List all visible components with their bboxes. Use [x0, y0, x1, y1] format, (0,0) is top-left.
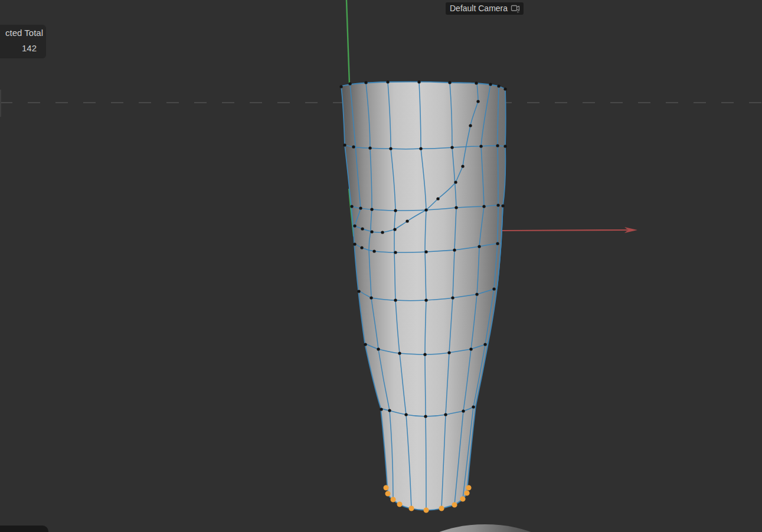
- sphere-object[interactable]: [407, 524, 563, 532]
- scene-canvas: [0, 0, 762, 532]
- mesh-object[interactable]: [341, 82, 506, 510]
- selection-count-value: 142: [0, 44, 46, 52]
- camera-icon: [511, 4, 521, 14]
- y-axis-line[interactable]: [346, 0, 349, 84]
- selection-count-label: cted Total: [0, 28, 46, 37]
- camera-menu-label: Default Camera: [450, 2, 508, 15]
- window-edge-highlight: [0, 90, 1, 117]
- x-axis-arrow[interactable]: [502, 227, 637, 233]
- 3d-viewport[interactable]: cted Total 142 Default Camera: [0, 0, 762, 532]
- camera-menu-button[interactable]: Default Camera: [446, 2, 524, 15]
- corner-panel: [0, 526, 48, 532]
- selection-count-hud: cted Total 142: [0, 25, 46, 58]
